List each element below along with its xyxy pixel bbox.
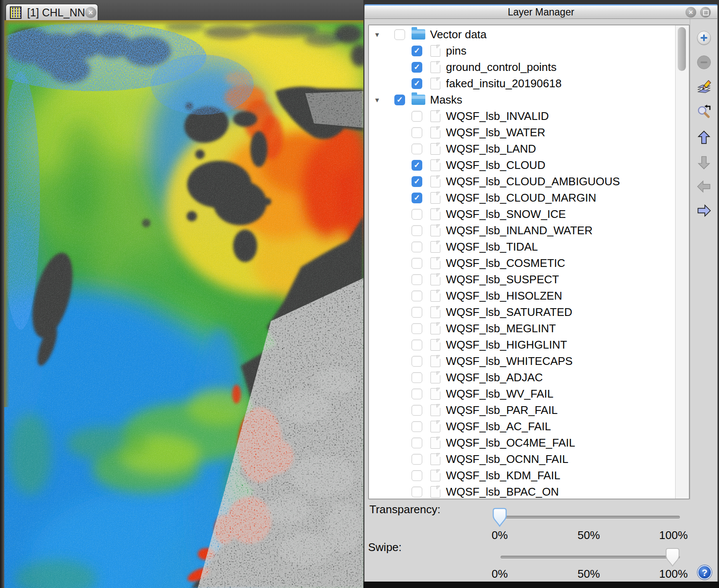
- layer-row[interactable]: WQSF_lsb_HIGHGLINT: [369, 337, 675, 353]
- tree-scrollbar[interactable]: [675, 25, 689, 499]
- tab-chl-nn[interactable]: [1] CHL_NN ×: [6, 4, 98, 21]
- layer-visibility-checkbox[interactable]: [412, 258, 422, 269]
- layer-label[interactable]: WQSF_lsb_WATER: [446, 126, 545, 139]
- layer-visibility-checkbox[interactable]: [412, 438, 422, 448]
- layer-visibility-checkbox[interactable]: [412, 470, 422, 481]
- layer-row[interactable]: WQSF_lsb_PAR_FAIL: [369, 402, 675, 418]
- layer-label[interactable]: WQSF_lsb_HISOLZEN: [446, 289, 562, 303]
- layer-visibility-checkbox[interactable]: [412, 389, 422, 399]
- tab-close-icon[interactable]: ×: [85, 7, 96, 18]
- layer-row[interactable]: ✓faked_insitu_20190618: [369, 75, 675, 92]
- layer-visibility-checkbox[interactable]: [412, 242, 422, 252]
- layer-visibility-checkbox[interactable]: [412, 405, 422, 416]
- layer-row[interactable]: WQSF_lsb_ADJAC: [369, 369, 675, 386]
- layer-row[interactable]: WQSF_lsb_TIDAL: [369, 239, 675, 255]
- layer-row[interactable]: ✓ground_control_points: [369, 59, 675, 75]
- layer-row[interactable]: WQSF_lsb_SUSPECT: [369, 271, 675, 288]
- chlorophyll-image-view[interactable]: [4, 20, 363, 588]
- expander-icon[interactable]: ▼: [373, 96, 381, 104]
- layer-label[interactable]: WQSF_lsb_LAND: [446, 142, 536, 156]
- layer-label[interactable]: WQSF_lsb_SNOW_ICE: [446, 208, 566, 221]
- layer-row[interactable]: ✓WQSF_lsb_CLOUD: [369, 157, 675, 173]
- layer-label[interactable]: WQSF_lsb_TIDAL: [446, 240, 538, 254]
- swipe-slider-track[interactable]: [501, 556, 680, 559]
- layer-row[interactable]: ✓WQSF_lsb_CLOUD_MARGIN: [369, 190, 675, 206]
- layer-label[interactable]: WQSF_lsb_SUSPECT: [446, 273, 559, 286]
- layer-visibility-checkbox[interactable]: [412, 209, 422, 220]
- layer-label[interactable]: WQSF_lsb_ADJAC: [446, 371, 543, 384]
- layer-label[interactable]: WQSF_lsb_OCNN_FAIL: [446, 453, 568, 466]
- layer-label[interactable]: WQSF_lsb_SATURATED: [446, 306, 572, 319]
- layer-visibility-checkbox[interactable]: [394, 29, 405, 40]
- move-layer-down-button[interactable]: [697, 155, 711, 170]
- layer-visibility-checkbox[interactable]: [412, 307, 422, 318]
- layer-row[interactable]: WQSF_lsb_SNOW_ICE: [369, 206, 675, 222]
- layer-row[interactable]: WQSF_lsb_LAND: [369, 141, 675, 157]
- layer-visibility-checkbox[interactable]: [412, 323, 422, 334]
- layer-visibility-checkbox[interactable]: [412, 454, 422, 465]
- transparency-slider-thumb[interactable]: [492, 507, 507, 527]
- layer-row[interactable]: WQSF_lsb_OCNN_FAIL: [369, 451, 675, 467]
- layer-label[interactable]: WQSF_lsb_INVALID: [446, 110, 549, 123]
- layer-label[interactable]: WQSF_lsb_MEGLINT: [446, 322, 556, 335]
- layer-row[interactable]: WQSF_lsb_WHITECAPS: [369, 353, 675, 369]
- layer-row[interactable]: WQSF_lsb_KDM_FAIL: [369, 467, 675, 484]
- zoom-to-layer-button[interactable]: [697, 104, 711, 119]
- layer-visibility-checkbox[interactable]: [412, 356, 422, 367]
- layer-visibility-checkbox[interactable]: [412, 144, 422, 154]
- layer-manager-titlebar[interactable]: Layer Manager ×: [364, 4, 718, 19]
- layer-visibility-checkbox[interactable]: [412, 291, 422, 301]
- layer-label[interactable]: WQSF_lsb_KDM_FAIL: [446, 469, 560, 482]
- layer-visibility-checkbox[interactable]: [412, 225, 422, 236]
- edit-layer-button[interactable]: [697, 80, 711, 95]
- layer-visibility-checkbox[interactable]: ✓: [412, 160, 422, 171]
- layer-visibility-checkbox[interactable]: ✓: [412, 176, 422, 187]
- move-layer-right-button[interactable]: [697, 203, 711, 218]
- layer-group-row[interactable]: ▼✓Masks: [369, 92, 675, 108]
- layer-visibility-checkbox[interactable]: [412, 340, 422, 350]
- add-layer-button[interactable]: [697, 31, 711, 45]
- swipe-slider-thumb[interactable]: [665, 547, 680, 567]
- panel-close-icon[interactable]: ×: [685, 7, 696, 18]
- layer-visibility-checkbox[interactable]: ✓: [412, 46, 422, 56]
- help-button[interactable]: ?: [697, 565, 712, 579]
- layer-label[interactable]: WQSF_lsb_WHITECAPS: [446, 355, 573, 368]
- layer-row[interactable]: WQSF_lsb_AC_FAIL: [369, 418, 675, 435]
- layer-label[interactable]: WQSF_lsb_OC4ME_FAIL: [446, 436, 575, 450]
- layer-label[interactable]: WQSF_lsb_CLOUD: [446, 159, 545, 172]
- layer-visibility-checkbox[interactable]: [412, 127, 422, 138]
- layer-visibility-checkbox[interactable]: [412, 372, 422, 383]
- layer-label[interactable]: ground_control_points: [446, 61, 556, 74]
- layer-label[interactable]: Vector data: [430, 28, 487, 41]
- layer-visibility-checkbox[interactable]: [412, 274, 422, 285]
- layer-row[interactable]: WQSF_lsb_SATURATED: [369, 304, 675, 320]
- layer-group-row[interactable]: ▼Vector data: [369, 26, 675, 43]
- layer-visibility-checkbox[interactable]: ✓: [412, 62, 422, 73]
- layer-visibility-checkbox[interactable]: ✓: [412, 193, 422, 203]
- layer-label[interactable]: WQSF_lsb_CLOUD_AMBIGUOUS: [446, 175, 620, 188]
- layer-row[interactable]: WQSF_lsb_WV_FAIL: [369, 386, 675, 402]
- layer-row[interactable]: ✓WQSF_lsb_CLOUD_AMBIGUOUS: [369, 173, 675, 190]
- remove-layer-button[interactable]: [697, 55, 711, 70]
- expander-icon[interactable]: ▼: [373, 31, 381, 38]
- layer-row[interactable]: WQSF_lsb_HISOLZEN: [369, 288, 675, 304]
- layer-label[interactable]: WQSF_lsb_INLAND_WATER: [446, 224, 593, 237]
- layer-label[interactable]: Masks: [430, 93, 462, 107]
- layer-row[interactable]: WQSF_lsb_MEGLINT: [369, 320, 675, 337]
- layer-label[interactable]: WQSF_lsb_CLOUD_MARGIN: [446, 191, 596, 205]
- layer-row[interactable]: WQSF_lsb_WATER: [369, 124, 675, 141]
- layer-visibility-checkbox[interactable]: [412, 111, 422, 122]
- layer-visibility-checkbox[interactable]: [412, 421, 422, 432]
- layer-row[interactable]: WQSF_lsb_INVALID: [369, 108, 675, 124]
- tree-scrollbar-thumb[interactable]: [678, 27, 686, 71]
- layer-row[interactable]: WQSF_lsb_INLAND_WATER: [369, 222, 675, 239]
- layer-label[interactable]: WQSF_lsb_HIGHGLINT: [446, 338, 567, 352]
- layer-label[interactable]: WQSF_lsb_BPAC_ON: [446, 485, 559, 499]
- layer-label[interactable]: WQSF_lsb_COSMETIC: [446, 257, 565, 270]
- layer-label[interactable]: WQSF_lsb_WV_FAIL: [446, 387, 553, 401]
- layer-visibility-checkbox[interactable]: ✓: [412, 78, 422, 89]
- layer-row[interactable]: ✓pins: [369, 43, 675, 59]
- layer-visibility-checkbox[interactable]: [412, 487, 422, 497]
- move-layer-up-button[interactable]: [697, 130, 711, 145]
- layer-row[interactable]: WQSF_lsb_OC4ME_FAIL: [369, 435, 675, 451]
